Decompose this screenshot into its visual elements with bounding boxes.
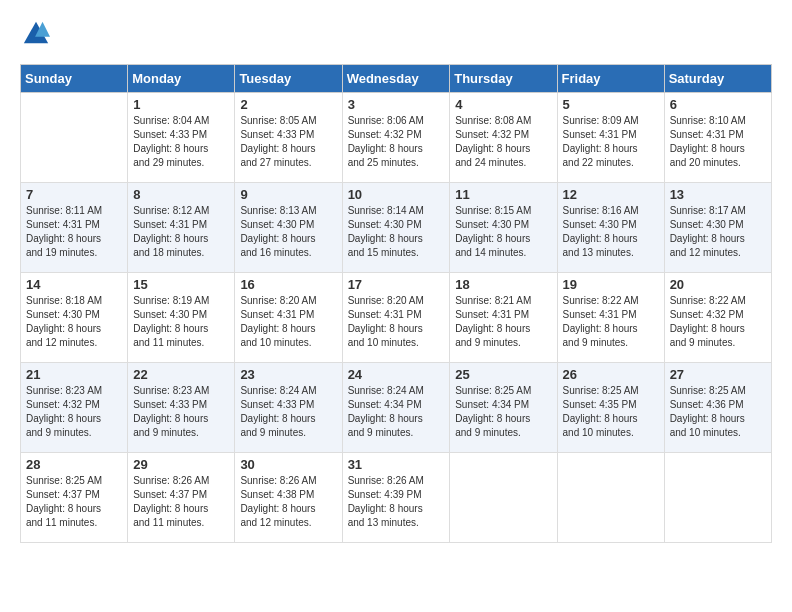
day-info: Sunrise: 8:19 AM Sunset: 4:30 PM Dayligh…: [133, 294, 229, 350]
day-number: 3: [348, 97, 445, 112]
calendar-cell: 14Sunrise: 8:18 AM Sunset: 4:30 PM Dayli…: [21, 272, 128, 362]
day-number: 13: [670, 187, 766, 202]
day-info: Sunrise: 8:06 AM Sunset: 4:32 PM Dayligh…: [348, 114, 445, 170]
day-info: Sunrise: 8:18 AM Sunset: 4:30 PM Dayligh…: [26, 294, 122, 350]
calendar-cell: 19Sunrise: 8:22 AM Sunset: 4:31 PM Dayli…: [557, 272, 664, 362]
day-info: Sunrise: 8:08 AM Sunset: 4:32 PM Dayligh…: [455, 114, 551, 170]
calendar-cell: 17Sunrise: 8:20 AM Sunset: 4:31 PM Dayli…: [342, 272, 450, 362]
day-number: 14: [26, 277, 122, 292]
calendar-week-row: 28Sunrise: 8:25 AM Sunset: 4:37 PM Dayli…: [21, 452, 772, 542]
calendar-cell: 29Sunrise: 8:26 AM Sunset: 4:37 PM Dayli…: [128, 452, 235, 542]
day-number: 10: [348, 187, 445, 202]
logo-icon: [22, 20, 50, 48]
day-number: 4: [455, 97, 551, 112]
calendar-cell: [21, 92, 128, 182]
calendar-cell: 22Sunrise: 8:23 AM Sunset: 4:33 PM Dayli…: [128, 362, 235, 452]
logo: [20, 20, 50, 54]
calendar-cell: 9Sunrise: 8:13 AM Sunset: 4:30 PM Daylig…: [235, 182, 342, 272]
calendar-cell: 2Sunrise: 8:05 AM Sunset: 4:33 PM Daylig…: [235, 92, 342, 182]
calendar-cell: 11Sunrise: 8:15 AM Sunset: 4:30 PM Dayli…: [450, 182, 557, 272]
day-number: 31: [348, 457, 445, 472]
calendar-cell: 1Sunrise: 8:04 AM Sunset: 4:33 PM Daylig…: [128, 92, 235, 182]
day-info: Sunrise: 8:26 AM Sunset: 4:39 PM Dayligh…: [348, 474, 445, 530]
weekday-header-thursday: Thursday: [450, 64, 557, 92]
day-info: Sunrise: 8:21 AM Sunset: 4:31 PM Dayligh…: [455, 294, 551, 350]
day-number: 1: [133, 97, 229, 112]
day-number: 15: [133, 277, 229, 292]
calendar-cell: 10Sunrise: 8:14 AM Sunset: 4:30 PM Dayli…: [342, 182, 450, 272]
calendar-cell: [664, 452, 771, 542]
calendar-week-row: 7Sunrise: 8:11 AM Sunset: 4:31 PM Daylig…: [21, 182, 772, 272]
day-info: Sunrise: 8:20 AM Sunset: 4:31 PM Dayligh…: [348, 294, 445, 350]
day-number: 29: [133, 457, 229, 472]
weekday-header-sunday: Sunday: [21, 64, 128, 92]
day-number: 2: [240, 97, 336, 112]
day-number: 30: [240, 457, 336, 472]
calendar-cell: 6Sunrise: 8:10 AM Sunset: 4:31 PM Daylig…: [664, 92, 771, 182]
day-number: 25: [455, 367, 551, 382]
day-number: 20: [670, 277, 766, 292]
calendar-cell: 15Sunrise: 8:19 AM Sunset: 4:30 PM Dayli…: [128, 272, 235, 362]
day-number: 6: [670, 97, 766, 112]
calendar-cell: 13Sunrise: 8:17 AM Sunset: 4:30 PM Dayli…: [664, 182, 771, 272]
calendar-cell: 25Sunrise: 8:25 AM Sunset: 4:34 PM Dayli…: [450, 362, 557, 452]
calendar-cell: 30Sunrise: 8:26 AM Sunset: 4:38 PM Dayli…: [235, 452, 342, 542]
calendar-cell: 8Sunrise: 8:12 AM Sunset: 4:31 PM Daylig…: [128, 182, 235, 272]
calendar-cell: 23Sunrise: 8:24 AM Sunset: 4:33 PM Dayli…: [235, 362, 342, 452]
calendar-table: SundayMondayTuesdayWednesdayThursdayFrid…: [20, 64, 772, 543]
day-info: Sunrise: 8:20 AM Sunset: 4:31 PM Dayligh…: [240, 294, 336, 350]
day-number: 27: [670, 367, 766, 382]
day-info: Sunrise: 8:10 AM Sunset: 4:31 PM Dayligh…: [670, 114, 766, 170]
day-info: Sunrise: 8:04 AM Sunset: 4:33 PM Dayligh…: [133, 114, 229, 170]
calendar-cell: [557, 452, 664, 542]
day-info: Sunrise: 8:14 AM Sunset: 4:30 PM Dayligh…: [348, 204, 445, 260]
calendar-cell: 21Sunrise: 8:23 AM Sunset: 4:32 PM Dayli…: [21, 362, 128, 452]
page-header: [20, 20, 772, 54]
day-info: Sunrise: 8:12 AM Sunset: 4:31 PM Dayligh…: [133, 204, 229, 260]
day-info: Sunrise: 8:09 AM Sunset: 4:31 PM Dayligh…: [563, 114, 659, 170]
calendar-cell: 27Sunrise: 8:25 AM Sunset: 4:36 PM Dayli…: [664, 362, 771, 452]
day-info: Sunrise: 8:11 AM Sunset: 4:31 PM Dayligh…: [26, 204, 122, 260]
calendar-cell: 4Sunrise: 8:08 AM Sunset: 4:32 PM Daylig…: [450, 92, 557, 182]
calendar-cell: 12Sunrise: 8:16 AM Sunset: 4:30 PM Dayli…: [557, 182, 664, 272]
day-info: Sunrise: 8:16 AM Sunset: 4:30 PM Dayligh…: [563, 204, 659, 260]
calendar-cell: 24Sunrise: 8:24 AM Sunset: 4:34 PM Dayli…: [342, 362, 450, 452]
day-number: 22: [133, 367, 229, 382]
calendar-cell: 5Sunrise: 8:09 AM Sunset: 4:31 PM Daylig…: [557, 92, 664, 182]
day-number: 12: [563, 187, 659, 202]
day-number: 5: [563, 97, 659, 112]
day-number: 24: [348, 367, 445, 382]
day-number: 7: [26, 187, 122, 202]
day-info: Sunrise: 8:22 AM Sunset: 4:32 PM Dayligh…: [670, 294, 766, 350]
calendar-cell: 31Sunrise: 8:26 AM Sunset: 4:39 PM Dayli…: [342, 452, 450, 542]
day-number: 8: [133, 187, 229, 202]
day-number: 18: [455, 277, 551, 292]
day-info: Sunrise: 8:23 AM Sunset: 4:32 PM Dayligh…: [26, 384, 122, 440]
day-number: 28: [26, 457, 122, 472]
day-info: Sunrise: 8:13 AM Sunset: 4:30 PM Dayligh…: [240, 204, 336, 260]
day-info: Sunrise: 8:25 AM Sunset: 4:34 PM Dayligh…: [455, 384, 551, 440]
day-info: Sunrise: 8:23 AM Sunset: 4:33 PM Dayligh…: [133, 384, 229, 440]
day-info: Sunrise: 8:25 AM Sunset: 4:36 PM Dayligh…: [670, 384, 766, 440]
calendar-cell: 3Sunrise: 8:06 AM Sunset: 4:32 PM Daylig…: [342, 92, 450, 182]
calendar-cell: [450, 452, 557, 542]
calendar-cell: 18Sunrise: 8:21 AM Sunset: 4:31 PM Dayli…: [450, 272, 557, 362]
day-info: Sunrise: 8:26 AM Sunset: 4:38 PM Dayligh…: [240, 474, 336, 530]
day-number: 11: [455, 187, 551, 202]
calendar-cell: 16Sunrise: 8:20 AM Sunset: 4:31 PM Dayli…: [235, 272, 342, 362]
day-info: Sunrise: 8:15 AM Sunset: 4:30 PM Dayligh…: [455, 204, 551, 260]
day-info: Sunrise: 8:05 AM Sunset: 4:33 PM Dayligh…: [240, 114, 336, 170]
calendar-week-row: 1Sunrise: 8:04 AM Sunset: 4:33 PM Daylig…: [21, 92, 772, 182]
day-number: 21: [26, 367, 122, 382]
day-number: 23: [240, 367, 336, 382]
day-number: 17: [348, 277, 445, 292]
day-info: Sunrise: 8:22 AM Sunset: 4:31 PM Dayligh…: [563, 294, 659, 350]
day-info: Sunrise: 8:24 AM Sunset: 4:34 PM Dayligh…: [348, 384, 445, 440]
day-number: 16: [240, 277, 336, 292]
weekday-header-friday: Friday: [557, 64, 664, 92]
day-number: 19: [563, 277, 659, 292]
weekday-header-monday: Monday: [128, 64, 235, 92]
day-info: Sunrise: 8:17 AM Sunset: 4:30 PM Dayligh…: [670, 204, 766, 260]
weekday-header-row: SundayMondayTuesdayWednesdayThursdayFrid…: [21, 64, 772, 92]
day-info: Sunrise: 8:25 AM Sunset: 4:37 PM Dayligh…: [26, 474, 122, 530]
